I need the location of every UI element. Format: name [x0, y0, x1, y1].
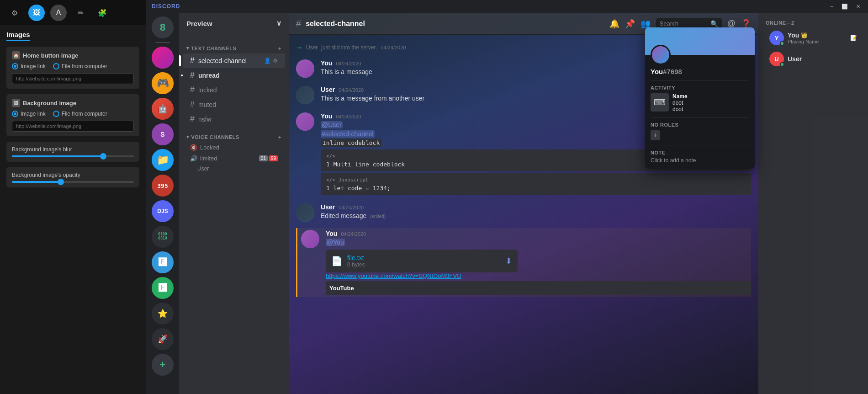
close-button[interactable]: ✕	[854, 3, 863, 11]
voice-channel-locked[interactable]: 🔇 Locked	[183, 142, 285, 153]
speaker-off-icon: 🔇	[190, 144, 197, 151]
user-info-you: You 👑 Playing Name	[788, 32, 819, 44]
message-text-user-2: Edited message (edited)	[321, 212, 751, 221]
minimize-button[interactable]: −	[828, 3, 836, 11]
attachment-size: 0 bytes	[347, 261, 501, 268]
channel-item-selected[interactable]: # selected-channel 👤 ⚙	[183, 53, 285, 68]
blur-thumb[interactable]	[100, 153, 106, 160]
radio-dot-selected	[12, 63, 18, 69]
blur-fill	[12, 155, 103, 157]
search-input[interactable]	[660, 20, 708, 27]
home-icon: 🏠	[12, 51, 20, 59]
channel-item-locked[interactable]: # locked	[183, 83, 285, 97]
file-icon: 📄	[331, 256, 343, 266]
active-indicator	[179, 55, 181, 66]
server-icon-10[interactable]: 🅱	[152, 277, 174, 299]
bg-image-link-radio[interactable]: Image link	[12, 111, 46, 117]
bg-icon: 🖼	[12, 99, 20, 107]
message-header-user-2: User 04/24/2020	[321, 203, 751, 211]
text-icon[interactable]: A	[50, 5, 67, 21]
add-channel-icon[interactable]: +	[278, 46, 281, 51]
opacity-fill	[12, 181, 61, 183]
channel-item-muted[interactable]: # muted	[183, 97, 285, 112]
blur-slider-track[interactable]	[12, 155, 134, 157]
bg-image-radio-group: Image link File from computer	[12, 111, 134, 117]
pin-icon[interactable]: 📌	[625, 19, 635, 29]
user-item-user[interactable]: U User	[762, 49, 864, 69]
bg-file-radio[interactable]: File from computer	[53, 111, 107, 117]
youtube-link[interactable]: https://www.youtube.com/watch?v=SQNtGoM3…	[326, 272, 751, 279]
voice-channels-category[interactable]: ▾ VOICE CHANNELS +	[179, 127, 289, 142]
voice-user-item: User	[179, 164, 289, 173]
user-item-you[interactable]: Y You 👑 Playing Name 📝	[762, 28, 864, 48]
avatar-user-1	[296, 86, 314, 104]
code-block-2: </> Javascript 1 let code = 1234;	[321, 173, 751, 195]
server-header[interactable]: Preview ∨	[179, 13, 289, 34]
titlebar-controls: − ⬜ ✕	[828, 3, 863, 11]
server-icon-7[interactable]: DJS	[152, 200, 174, 222]
download-icon[interactable]: ⬇	[505, 256, 512, 266]
blur-label: Background image's blur	[12, 146, 134, 153]
server-icon-8[interactable]: 01000010	[152, 226, 174, 248]
left-panel: ⚙ 🖼 A ✏ 🧩 Images 🏠 Home button image Ima…	[0, 0, 146, 394]
bell-icon[interactable]: 🔔	[609, 19, 619, 29]
home-image-url-input[interactable]	[12, 73, 134, 84]
home-image-link-radio[interactable]: Image link	[12, 63, 46, 69]
crown-icon: 👑	[801, 32, 808, 38]
user-status-dot	[780, 62, 784, 67]
server-list: 8 🎮 🤖 S 📁 395 DJS 01000010 🅱	[146, 13, 179, 394]
you-status-dot	[780, 41, 784, 46]
unread-dot	[181, 75, 183, 76]
youtube-embed: YouTube	[326, 281, 751, 295]
you-name: You	[788, 32, 799, 39]
gear-icon[interactable]: ⚙	[6, 5, 23, 21]
self-mention: @You	[326, 239, 345, 246]
radio-dot-bg-selected	[12, 111, 18, 117]
online-section-header: ONLINE—2	[758, 13, 868, 27]
maximize-button[interactable]: ⬜	[839, 3, 850, 11]
channel-item-unread[interactable]: # unread	[183, 68, 285, 82]
opacity-thumb[interactable]	[58, 179, 64, 185]
opacity-slider-track[interactable]	[12, 181, 134, 183]
people-icon[interactable]: 👤	[264, 58, 271, 64]
add-voice-channel-icon[interactable]: +	[278, 134, 281, 140]
server-icon-6[interactable]: 395	[152, 175, 174, 197]
message-content-you-3: You 04/24/2020 @You 📄 file.txt 0 bytes	[326, 230, 751, 296]
discord-body: 8 🎮 🤖 S 📁 395 DJS 01000010 🅱	[146, 13, 868, 394]
user-avatar-user: U	[769, 52, 784, 66]
pen-icon[interactable]: ✏	[72, 5, 89, 21]
avatar-you-2	[296, 112, 314, 131]
radio-dot-bg-empty	[53, 111, 59, 117]
discord-titlebar: DISCORD − ⬜ ✕	[146, 0, 868, 13]
server-icon-2[interactable]: 🎮	[152, 72, 174, 94]
bg-image-url-input[interactable]	[12, 121, 134, 132]
settings-icon[interactable]: ⚙	[273, 58, 278, 64]
message-group-you-3: You 04/24/2020 @You 📄 file.txt 0 bytes	[296, 228, 751, 298]
server-icon-main[interactable]: 8	[152, 16, 174, 38]
radio-dot-empty	[53, 63, 59, 69]
avatar-user-2	[296, 203, 314, 222]
server-icon-12[interactable]: 🚀	[152, 328, 174, 350]
server-icon-5[interactable]: 📁	[152, 149, 174, 171]
opacity-label: Background image's opacity	[12, 172, 134, 178]
channel-item-nsfw[interactable]: # nsfw	[183, 112, 285, 126]
image-icon[interactable]: 🖼	[28, 5, 45, 21]
user-mention: @User	[321, 121, 343, 128]
avatar-you-1	[296, 59, 314, 78]
inline-code: Inline codeblock	[321, 139, 381, 147]
server-icon-9[interactable]: 🅱	[152, 251, 174, 273]
text-channels-category[interactable]: ▾ TEXT CHANNELS +	[179, 38, 289, 53]
server-icon-3[interactable]: 🤖	[152, 98, 174, 120]
user-panel: ONLINE—2 Y You 👑 Playing Name 📝	[758, 13, 868, 394]
server-icon-4[interactable]: S	[152, 123, 174, 145]
home-file-radio[interactable]: File from computer	[53, 63, 107, 69]
attachment-info: file.txt 0 bytes	[347, 254, 501, 268]
add-server-button[interactable]: +	[152, 354, 174, 376]
at-icon[interactable]: @	[727, 19, 736, 28]
voice-badge-2: 99	[269, 155, 278, 161]
user-info-user: User	[788, 55, 802, 63]
puzzle-icon[interactable]: 🧩	[94, 5, 111, 21]
voice-channel-limited[interactable]: 🔊 limited 01 99	[183, 153, 285, 164]
server-icon-11[interactable]: ⭐	[152, 303, 174, 325]
server-icon-1[interactable]	[152, 47, 174, 69]
